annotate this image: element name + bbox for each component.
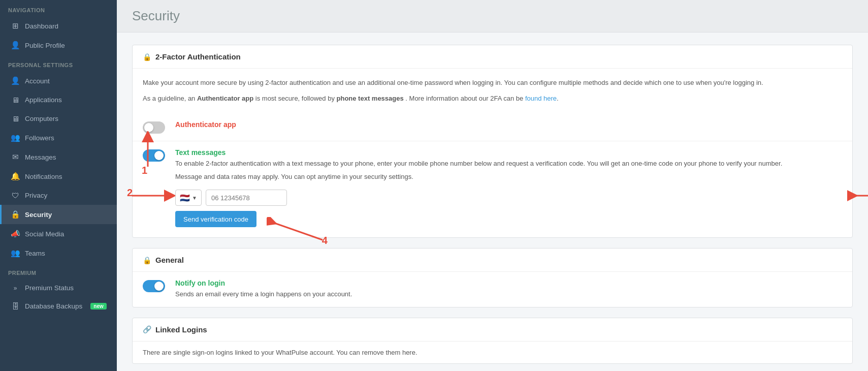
text-msg-desc1: To enable 2-factor authentication with a… xyxy=(175,159,842,169)
sidebar-item-label: Messages xyxy=(25,153,56,161)
security-icon: 🔒 xyxy=(11,210,20,219)
notify-login-title: Notify on login xyxy=(175,279,352,287)
annotation-2-group: 2 xyxy=(130,187,175,206)
sidebar-item-label: Premium Status xyxy=(25,284,74,292)
link-icon: 🔗 xyxy=(143,325,151,333)
lock-icon: 🔒 xyxy=(143,53,151,61)
sidebar-item-label: Notifications xyxy=(25,173,62,180)
twofa-card: 🔒 2-Factor Authentication Make your acco… xyxy=(132,45,853,238)
sidebar-item-teams[interactable]: 👥 Teams xyxy=(0,243,117,263)
country-selector[interactable]: 🇳🇱 ▼ xyxy=(175,190,202,206)
text-msg-slider xyxy=(143,149,165,162)
sidebar-item-account[interactable]: 👤 Account xyxy=(0,71,117,90)
desc2-bold1: Authenticator app xyxy=(197,95,253,102)
general-lock-icon: 🔒 xyxy=(143,256,151,264)
page-header: Security xyxy=(117,0,868,33)
linked-logins-title: Linked Logins xyxy=(155,325,207,334)
text-msg-row: Text messages To enable 2-factor authent… xyxy=(133,141,852,238)
notify-login-toggle[interactable] xyxy=(143,280,165,292)
text-msg-info: Text messages To enable 2-factor authent… xyxy=(175,148,842,228)
sidebar-item-label: Account xyxy=(25,77,50,85)
annotation-4-arrow xyxy=(267,217,328,242)
sidebar-item-social-media[interactable]: 📣 Social Media xyxy=(0,224,117,243)
sidebar-item-label: Privacy xyxy=(25,192,47,199)
sidebar-item-computers[interactable]: 🖥 Computers xyxy=(0,109,117,128)
notify-login-row: Notify on login Sends an email every tim… xyxy=(133,272,852,307)
sidebar-item-premium-status[interactable]: » Premium Status xyxy=(0,279,117,297)
page-title: Security xyxy=(132,8,853,24)
messages-icon: ✉ xyxy=(11,152,20,162)
desc2-mid: is most secure, followed by xyxy=(253,95,336,102)
auth-app-toggle[interactable] xyxy=(143,121,165,134)
desc2-end: . xyxy=(557,95,559,102)
sidebar-item-dashboard[interactable]: ⊞ Dashboard xyxy=(0,16,117,36)
sidebar-item-label: Followers xyxy=(25,134,54,142)
profile-icon: 👤 xyxy=(11,41,20,50)
notify-login-info: Notify on login Sends an email every tim… xyxy=(175,279,352,300)
privacy-icon: 🛡 xyxy=(11,191,20,200)
sidebar-item-applications[interactable]: 🖥 Applications xyxy=(0,90,117,109)
annotation-2-arrow xyxy=(130,187,175,204)
send-verification-code-button[interactable]: Send verification code xyxy=(175,211,256,227)
sidebar-item-label: Teams xyxy=(25,250,45,257)
found-here-link[interactable]: found here xyxy=(525,95,557,102)
premium-icon: » xyxy=(11,285,20,292)
annotation-2-label: 2 xyxy=(127,187,133,199)
twofa-header: 🔒 2-Factor Authentication xyxy=(133,45,852,69)
twofa-desc1: Make your account more secure by using 2… xyxy=(143,78,842,88)
notify-login-desc: Sends an email every time a login happen… xyxy=(175,289,352,300)
sidebar-item-label: Public Profile xyxy=(25,42,65,49)
sidebar-item-label: Applications xyxy=(25,96,62,104)
sidebar-item-followers[interactable]: 👥 Followers xyxy=(0,128,117,147)
sidebar-item-label: Security xyxy=(25,211,52,219)
send-code-container: Send verification code xyxy=(175,211,256,227)
annotation-3-group: 3 xyxy=(847,187,868,206)
database-icon: 🗄 xyxy=(11,302,20,311)
social-media-icon: 📣 xyxy=(11,229,20,238)
sidebar-item-label: Social Media xyxy=(25,230,64,238)
computers-icon: 🖥 xyxy=(11,114,20,123)
notify-login-slider xyxy=(143,280,165,292)
annotation-4-label: 4 xyxy=(322,235,328,246)
applications-icon: 🖥 xyxy=(11,96,20,104)
content-area: 🔒 2-Factor Authentication Make your acco… xyxy=(117,33,868,371)
text-msg-desc2: Message and data rates may apply. You ca… xyxy=(175,172,842,182)
notifications-icon: 🔔 xyxy=(11,172,20,181)
sidebar-item-database-backups[interactable]: 🗄 Database Backups new xyxy=(0,297,117,316)
annotation-3-arrow xyxy=(847,187,868,204)
new-badge: new xyxy=(90,303,106,310)
auth-app-row: Authenticator app 1 xyxy=(133,113,852,141)
linked-logins-card: 🔗 Linked Logins There are single sign-on… xyxy=(132,318,853,364)
svg-line-3 xyxy=(272,222,323,240)
sidebar: Navigation ⊞ Dashboard 👤 Public Profile … xyxy=(0,0,117,371)
desc2-prefix: As a guideline, an xyxy=(143,95,197,102)
desc2-suffix: . More information about our 2FA can be xyxy=(404,95,525,102)
account-icon: 👤 xyxy=(11,76,20,85)
followers-icon: 👥 xyxy=(11,133,20,142)
phone-number-input[interactable] xyxy=(206,190,287,206)
text-msg-toggle[interactable] xyxy=(143,149,165,162)
general-header: 🔒 General xyxy=(133,249,852,272)
sidebar-item-security[interactable]: 🔒 Security xyxy=(0,205,117,224)
linked-logins-desc: There are single sign-on logins linked t… xyxy=(133,342,852,363)
general-card: 🔒 General Notify on login Sends an email… xyxy=(132,248,853,307)
main-content: Security 🔒 2-Factor Authentication Make … xyxy=(117,0,868,371)
country-flag: 🇳🇱 xyxy=(180,193,190,203)
sidebar-item-label: Computers xyxy=(25,115,58,122)
twofa-desc2: As a guideline, an Authenticator app is … xyxy=(143,94,842,104)
sidebar-item-privacy[interactable]: 🛡 Privacy xyxy=(0,186,117,205)
auth-app-slider xyxy=(143,121,165,134)
personal-section-label: Personal Settings xyxy=(0,55,117,71)
premium-section-label: Premium xyxy=(0,263,117,279)
text-msg-title: Text messages xyxy=(175,148,842,157)
annotation-4-group: 4 xyxy=(267,217,328,242)
auth-app-title: Authenticator app xyxy=(175,120,236,129)
twofa-description: Make your account more secure by using 2… xyxy=(133,69,852,113)
sidebar-item-public-profile[interactable]: 👤 Public Profile xyxy=(0,36,117,55)
auth-app-info: Authenticator app xyxy=(175,120,236,131)
nav-section-label: Navigation xyxy=(0,0,117,16)
sidebar-item-messages[interactable]: ✉ Messages xyxy=(0,147,117,167)
twofa-title: 2-Factor Authentication xyxy=(155,52,241,61)
general-title: General xyxy=(155,256,184,264)
sidebar-item-notifications[interactable]: 🔔 Notifications xyxy=(0,167,117,186)
